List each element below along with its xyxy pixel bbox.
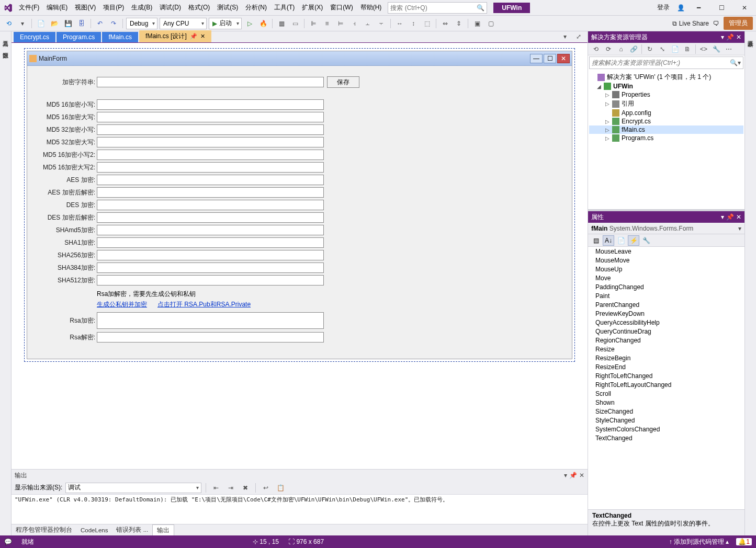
- input-rsadec[interactable]: [97, 332, 324, 342]
- tab-fmain[interactable]: fMain.cs: [102, 32, 138, 42]
- prop-pin-icon[interactable]: 📌: [726, 213, 734, 221]
- align-right-icon[interactable]: ⊨: [335, 18, 346, 29]
- output-wrap-icon[interactable]: ↩: [260, 482, 272, 494]
- same-height-icon[interactable]: ↕: [408, 18, 419, 29]
- menu-window[interactable]: 窗口(W): [327, 1, 356, 14]
- sol-home-icon[interactable]: ⌂: [615, 43, 627, 55]
- align-middle-icon[interactable]: ⫠: [362, 18, 374, 29]
- undo-icon[interactable]: ↶: [94, 18, 106, 29]
- save-icon[interactable]: 💾: [62, 18, 74, 29]
- bt-errorlist[interactable]: 错误列表 ...: [112, 524, 152, 535]
- layout-snap-icon[interactable]: ▭: [289, 18, 301, 29]
- layout-grid-icon[interactable]: ▦: [276, 18, 287, 29]
- prop-close-icon[interactable]: ✕: [736, 213, 741, 221]
- input-aesdec[interactable]: [97, 187, 324, 198]
- evt-item[interactable]: RightToLeftLayoutChanged: [588, 380, 744, 389]
- designer-surface[interactable]: MainForm — ☐ ✕ 加密字符串:保存 MD5 16加密小写: MD5 …: [12, 43, 588, 469]
- sol-dropdown-icon[interactable]: ▾: [721, 33, 724, 41]
- panel-close-icon[interactable]: ✕: [579, 472, 584, 479]
- minimize-button[interactable]: ━: [689, 1, 708, 15]
- sol-sync-icon[interactable]: 🔗: [628, 43, 639, 55]
- node-program[interactable]: Program.cs: [622, 134, 653, 142]
- evt-item[interactable]: MouseUp: [588, 265, 744, 273]
- panel-dropdown-icon[interactable]: ▾: [564, 472, 567, 479]
- evt-item[interactable]: ResizeEnd: [588, 362, 744, 371]
- evt-item[interactable]: QueryContinueDrag: [588, 327, 744, 336]
- menu-view[interactable]: 视图(V): [72, 1, 99, 14]
- sol-showall-icon[interactable]: 📄: [669, 43, 681, 55]
- input-md516l[interactable]: [97, 99, 324, 110]
- evt-item[interactable]: MouseMove: [588, 256, 744, 265]
- prop-alpha-icon[interactable]: A↓: [603, 235, 614, 246]
- tab-encrypt[interactable]: Encrypt.cs: [14, 32, 55, 42]
- sol-fwd-icon[interactable]: ⟳: [603, 43, 614, 55]
- node-fmain[interactable]: fMain.cs: [622, 126, 645, 133]
- diagnostics-tab[interactable]: 诊断工具: [746, 35, 755, 39]
- evt-item[interactable]: PaddingChanged: [588, 282, 744, 291]
- node-properties[interactable]: Properties: [622, 91, 650, 98]
- evt-item[interactable]: TextChanged: [588, 433, 744, 442]
- prop-categorized-icon[interactable]: ▤: [590, 235, 602, 246]
- align-bottom-icon[interactable]: ⫟: [376, 18, 387, 29]
- sol-code-icon[interactable]: <>: [698, 43, 709, 55]
- form-selection[interactable]: MainForm — ☐ ✕ 加密字符串:保存 MD5 16加密小写: MD5 …: [24, 48, 575, 362]
- tab-fmain-design[interactable]: fMain.cs [设计] 📌 ✕: [139, 30, 211, 42]
- input-md532u[interactable]: [97, 137, 324, 147]
- status-message-icon[interactable]: 💬: [4, 538, 12, 545]
- properties-header[interactable]: 属性 ▾📌✕: [588, 211, 744, 223]
- hot-reload-icon[interactable]: 🔥: [257, 18, 269, 29]
- design-form[interactable]: MainForm — ☐ ✕ 加密字符串:保存 MD5 16加密小写: MD5 …: [27, 51, 572, 359]
- input-md516u2[interactable]: [97, 162, 324, 173]
- global-search[interactable]: 🔍: [388, 2, 487, 14]
- global-search-input[interactable]: [390, 4, 477, 12]
- node-references[interactable]: 引用: [622, 99, 634, 108]
- output-next-icon[interactable]: ⇥: [225, 482, 236, 494]
- bt-codelens[interactable]: CodeLens: [76, 526, 112, 535]
- sol-properties-icon[interactable]: 🗎: [682, 43, 693, 55]
- input-md516u[interactable]: [97, 112, 324, 122]
- prop-events-icon[interactable]: ⚡: [628, 235, 639, 246]
- start-debug-button[interactable]: ▶启动: [209, 18, 242, 29]
- input-sha384[interactable]: [97, 262, 324, 273]
- node-appconfig[interactable]: App.config: [622, 109, 651, 117]
- menu-project[interactable]: 项目(P): [100, 1, 127, 14]
- doc-dropdown-icon[interactable]: ▾: [559, 31, 571, 42]
- input-rsaenc[interactable]: [97, 312, 324, 329]
- save-all-icon[interactable]: 🗄: [76, 18, 87, 29]
- doc-fullscreen-icon[interactable]: ⤢: [573, 31, 584, 42]
- output-header[interactable]: 输出 ▾ 📌 ✕: [12, 470, 588, 481]
- prop-msgs-icon[interactable]: 🔧: [640, 235, 652, 246]
- properties-list[interactable]: MouseLeave MouseMove MouseUp Move Paddin…: [588, 247, 744, 509]
- sol-refresh-icon[interactable]: ↻: [644, 43, 656, 55]
- menu-extensions[interactable]: 扩展(X): [299, 1, 326, 14]
- same-width-icon[interactable]: ↔: [394, 18, 405, 29]
- input-sha1[interactable]: [97, 237, 324, 248]
- menu-help[interactable]: 帮助(H): [357, 1, 385, 14]
- feedback-icon[interactable]: 🗨: [713, 20, 719, 27]
- menu-tools[interactable]: 工具(T): [271, 1, 298, 14]
- bt-output[interactable]: 输出: [152, 524, 174, 536]
- evt-item[interactable]: Scroll: [588, 389, 744, 398]
- vspace-equal-icon[interactable]: ⇕: [453, 18, 465, 29]
- output-source-combo[interactable]: 调试: [65, 483, 201, 493]
- solution-search[interactable]: 🔍▾: [589, 56, 743, 69]
- evt-item[interactable]: RightToLeftChanged: [588, 371, 744, 380]
- nav-fwd-icon[interactable]: ▾: [17, 18, 28, 29]
- align-top-icon[interactable]: ⫞: [348, 18, 360, 29]
- sol-back-icon[interactable]: ⟲: [590, 43, 602, 55]
- evt-item[interactable]: Shown: [588, 398, 744, 407]
- panel-pin-icon[interactable]: 📌: [569, 472, 577, 479]
- menu-debug[interactable]: 调试(D): [156, 1, 184, 14]
- project-node[interactable]: UFWin: [613, 83, 633, 90]
- evt-item[interactable]: PreviewKeyDown: [588, 309, 744, 318]
- notifications-icon[interactable]: 🔔1: [736, 538, 752, 545]
- save-button[interactable]: 保存: [327, 76, 359, 88]
- menu-test[interactable]: 测试(S): [214, 1, 241, 14]
- input-sha512[interactable]: [97, 275, 324, 286]
- input-shamd5[interactable]: [97, 225, 324, 235]
- sol-pin-icon[interactable]: 📌: [726, 33, 734, 41]
- open-file-icon[interactable]: 📂: [49, 18, 60, 29]
- evt-item[interactable]: RegionChanged: [588, 336, 744, 345]
- bring-front-icon[interactable]: ▣: [471, 18, 483, 29]
- start-without-debug-icon[interactable]: ▷: [244, 18, 255, 29]
